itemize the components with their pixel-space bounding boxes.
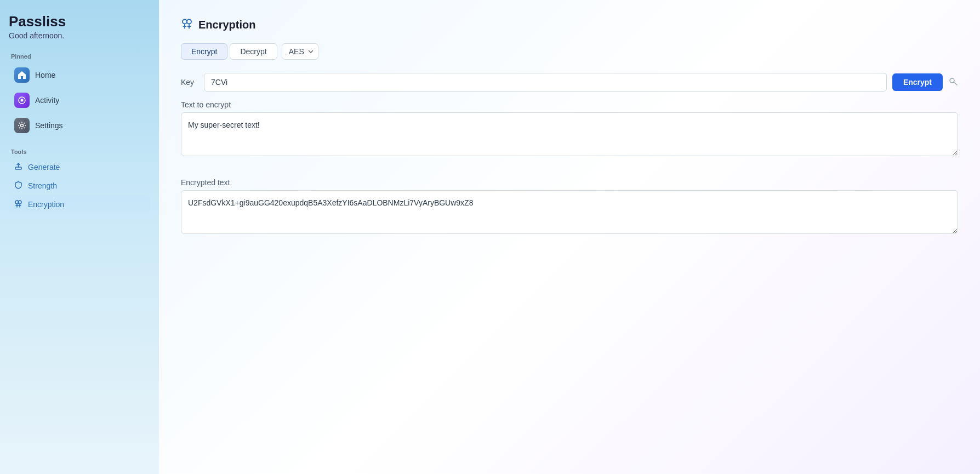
page-header: Encryption: [181, 18, 958, 32]
sidebar-item-home[interactable]: Home: [9, 63, 150, 87]
sidebar-item-settings[interactable]: Settings: [9, 113, 150, 138]
encrypted-text-section: Encrypted text U2FsdGVkX1+gi9auGG420exup…: [181, 178, 958, 236]
text-to-encrypt-label: Text to encrypt: [181, 100, 958, 109]
settings-icon: [14, 118, 30, 133]
svg-point-7: [187, 20, 191, 24]
key-icon[interactable]: [948, 76, 958, 89]
text-to-encrypt-input[interactable]: My super-secret text!: [181, 112, 958, 156]
sidebar: Passliss Good afternoon. Pinned Home Act…: [0, 0, 159, 474]
sidebar-label-home: Home: [35, 71, 55, 79]
sidebar-item-encryption[interactable]: Encryption: [9, 196, 150, 213]
algorithm-select[interactable]: AES RSA DES: [282, 43, 318, 60]
encryption-page-icon: [181, 18, 193, 32]
tab-encrypt[interactable]: Encrypt: [181, 43, 227, 60]
pinned-section-label: Pinned: [9, 53, 150, 60]
svg-point-1: [21, 99, 24, 102]
tab-bar: Encrypt Decrypt AES RSA DES: [181, 43, 958, 60]
sidebar-label-settings: Settings: [35, 121, 63, 130]
sidebar-label-activity: Activity: [35, 96, 59, 105]
key-row: Key Encrypt: [181, 73, 958, 92]
svg-point-2: [21, 124, 24, 127]
home-icon: [14, 67, 30, 83]
encryption-icon: [14, 199, 22, 209]
page-title: Encryption: [198, 19, 255, 31]
sidebar-label-generate: Generate: [28, 163, 60, 172]
tab-decrypt[interactable]: Decrypt: [230, 43, 277, 60]
sidebar-item-generate[interactable]: Generate: [9, 158, 150, 176]
key-input[interactable]: [204, 73, 887, 92]
svg-point-6: [183, 20, 187, 24]
strength-icon: [14, 181, 22, 191]
tools-section-label: Tools: [9, 149, 150, 155]
sidebar-item-activity[interactable]: Activity: [9, 88, 150, 112]
sidebar-item-strength[interactable]: Strength: [9, 177, 150, 195]
main-content: Encryption Encrypt Decrypt AES RSA DES K…: [159, 0, 980, 474]
sidebar-label-strength: Strength: [28, 181, 57, 190]
app-title: Passliss: [9, 13, 150, 30]
activity-icon: [14, 93, 30, 108]
encrypt-button[interactable]: Encrypt: [892, 73, 943, 91]
tools-section: Tools Generate Strength: [9, 146, 150, 214]
generate-icon: [14, 162, 22, 172]
encrypted-text-label: Encrypted text: [181, 178, 958, 187]
encrypted-text-output[interactable]: U2FsdGVkX1+gi9auGG420exupdqB5A3XefzYI6sA…: [181, 190, 958, 234]
key-label: Key: [181, 78, 198, 87]
sidebar-label-encryption: Encryption: [28, 200, 64, 209]
svg-line-9: [954, 82, 957, 85]
app-greeting: Good afternoon.: [9, 31, 150, 40]
text-to-encrypt-section: Text to encrypt My super-secret text!: [181, 100, 958, 169]
